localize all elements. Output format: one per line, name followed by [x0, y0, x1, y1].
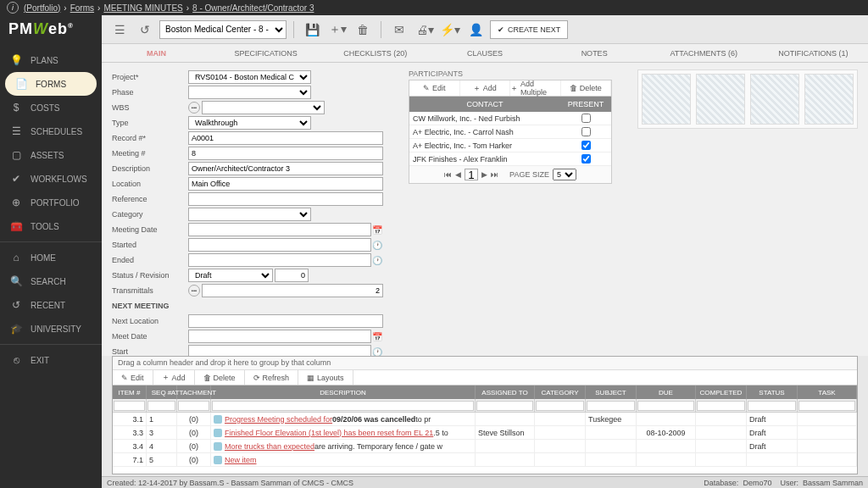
plan-thumbnail[interactable]	[642, 74, 691, 125]
filter-cat[interactable]	[536, 401, 584, 411]
grid-edit-button[interactable]: ✎ Edit	[113, 370, 153, 385]
participant-present-checkbox[interactable]	[581, 114, 591, 123]
col-status[interactable]: STATUS	[747, 385, 798, 399]
participants-add-button[interactable]: ＋ Add	[460, 80, 511, 96]
sidebar-item-recent[interactable]: ↺RECENT	[0, 293, 102, 317]
transmittals-field[interactable]	[202, 284, 383, 297]
project-field[interactable]: RVS0104 - Boston Medical Center	[188, 70, 311, 84]
sidebar-item-tools[interactable]: 🧰TOOLS	[0, 214, 102, 238]
tab-notes[interactable]: NOTES	[540, 44, 649, 62]
tab-specifications[interactable]: SPECIFICATIONS	[211, 44, 320, 62]
filter-comp[interactable]	[697, 401, 745, 411]
grid-group-hint[interactable]: Drag a column header and drop it here to…	[113, 357, 857, 370]
col-completed[interactable]: COMPLETED	[696, 385, 747, 399]
sidebar-item-exit[interactable]: ⎋EXIT	[0, 348, 102, 372]
participant-row[interactable]: A+ Electric, Inc. - Tom Harker	[409, 139, 611, 152]
participant-row[interactable]: A+ Electric, Inc. - Carrol Nash	[409, 125, 611, 139]
add-icon[interactable]: ＋▾	[326, 19, 348, 40]
sidebar-item-university[interactable]: 🎓UNIVERSITY	[0, 317, 102, 341]
start-field[interactable]	[188, 345, 371, 356]
tab-main[interactable]: MAIN	[102, 44, 211, 62]
started-field[interactable]	[188, 238, 371, 252]
col-subject[interactable]: SUBJECT	[586, 385, 637, 399]
grid-layouts-button[interactable]: ▦ Layouts	[298, 370, 353, 385]
pager-next-icon[interactable]: ▶	[481, 170, 487, 179]
participants-edit-button[interactable]: ✎ Edit	[409, 80, 460, 96]
history-icon[interactable]: ↺	[134, 19, 156, 40]
info-icon[interactable]: i	[7, 2, 19, 14]
filter-item[interactable]	[114, 401, 145, 411]
revision-field[interactable]	[275, 269, 309, 282]
filter-desc[interactable]	[212, 401, 474, 411]
wbs-field[interactable]	[202, 101, 325, 114]
breadcrumb-type[interactable]: MEETING MINUTES	[103, 3, 182, 13]
plan-thumbnail[interactable]	[804, 74, 854, 125]
mail-icon[interactable]: ✉	[388, 19, 410, 40]
menu-icon[interactable]: ☰	[108, 19, 131, 40]
pager-page-input[interactable]	[465, 169, 478, 180]
col-description[interactable]: DESCRIPTION	[211, 385, 476, 399]
sidebar-item-home[interactable]: ⌂HOME	[0, 246, 102, 269]
table-row[interactable]: 3.33(0)Finished Floor Elevation (1st lev…	[113, 426, 857, 440]
next-location-field[interactable]	[188, 314, 383, 328]
sidebar-item-search[interactable]: 🔍SEARCH	[0, 269, 102, 293]
breadcrumb-portfolio[interactable]: (Portfolio)	[24, 3, 60, 13]
phase-field[interactable]	[188, 86, 311, 99]
pager-prev-icon[interactable]: ◀	[455, 170, 461, 179]
participant-present-checkbox[interactable]	[581, 127, 591, 136]
sidebar-item-plans[interactable]: 💡PLANS	[0, 48, 102, 72]
transmittals-picker-icon[interactable]: •••	[188, 285, 200, 297]
participants-add-multiple-button[interactable]: ＋ Add Multiple	[510, 80, 561, 96]
col-due[interactable]: DUE	[637, 385, 696, 399]
grid-add-button[interactable]: ＋ Add	[153, 370, 195, 385]
description-field[interactable]	[188, 162, 383, 175]
calendar-icon[interactable]: 📅	[371, 330, 383, 342]
tab-checklists[interactable]: CHECKLISTS (20)	[320, 44, 430, 62]
filter-sub[interactable]	[587, 401, 635, 411]
tab-notifications[interactable]: NOTIFICATIONS (1)	[759, 44, 868, 62]
filter-stat[interactable]	[748, 401, 796, 411]
col-assigned[interactable]: ASSIGNED TO	[476, 385, 535, 399]
pager-first-icon[interactable]: ⏮	[444, 170, 452, 179]
meeting-field[interactable]	[188, 147, 383, 160]
participant-present-checkbox[interactable]	[581, 154, 591, 164]
participant-row[interactable]: JFK Finishes - Alex Franklin	[409, 152, 611, 166]
sidebar-item-costs[interactable]: $COSTS	[0, 96, 102, 119]
delete-icon[interactable]: 🗑	[352, 19, 374, 40]
calendar-icon[interactable]: 📅	[371, 224, 383, 236]
print-icon[interactable]: 🖨▾	[414, 19, 436, 40]
sidebar-item-portfolio[interactable]: ⊕PORTFOLIO	[0, 191, 102, 214]
pager-last-icon[interactable]: ⏭	[491, 170, 498, 179]
wbs-picker-icon[interactable]: •••	[188, 102, 200, 114]
participant-present-checkbox[interactable]	[581, 141, 591, 150]
filter-seq[interactable]	[147, 401, 175, 411]
status-field[interactable]: Draft	[188, 269, 273, 282]
create-next-button[interactable]: ✔ CREATE NEXT	[490, 20, 568, 39]
plan-thumbnail[interactable]	[750, 74, 799, 125]
col-category[interactable]: CATEGORY	[535, 385, 586, 399]
ended-field[interactable]	[188, 253, 371, 267]
table-row[interactable]: 7.15(0)New item	[113, 453, 857, 467]
table-row[interactable]: 3.44(0)More trucks than expected are arr…	[113, 440, 857, 453]
tab-attachments[interactable]: ATTACHMENTS (6)	[649, 44, 759, 62]
participant-row[interactable]: CW Millwork, Inc. - Ned Furbish	[409, 112, 611, 125]
clock-icon[interactable]: 🕐	[371, 254, 383, 266]
filter-task[interactable]	[798, 401, 855, 411]
pager-size-select[interactable]: 5	[553, 169, 576, 180]
filter-due[interactable]	[637, 401, 694, 411]
save-icon[interactable]: 💾	[301, 19, 323, 40]
plan-thumbnail[interactable]	[696, 74, 745, 125]
sidebar-item-assets[interactable]: ▢ASSETS	[0, 143, 102, 167]
grid-refresh-button[interactable]: ⟳ Refresh	[245, 370, 299, 385]
clock-icon[interactable]: 🕐	[371, 346, 383, 356]
meeting-date-field[interactable]	[188, 223, 371, 236]
col-item[interactable]: ITEM #	[113, 385, 147, 399]
record-field[interactable]	[188, 131, 383, 145]
meet-date-field[interactable]	[188, 330, 371, 343]
breadcrumb-record[interactable]: 8 - Owner/Architect/Contractor 3	[192, 3, 314, 13]
participants-delete-button[interactable]: 🗑 Delete	[561, 80, 612, 96]
table-row[interactable]: 3.11(0)Progress Meeting scheduled for 09…	[113, 413, 857, 426]
location-field[interactable]	[188, 177, 383, 191]
breadcrumb-forms[interactable]: Forms	[70, 3, 94, 13]
col-attachment[interactable]: ATTACHMENT	[177, 385, 211, 399]
